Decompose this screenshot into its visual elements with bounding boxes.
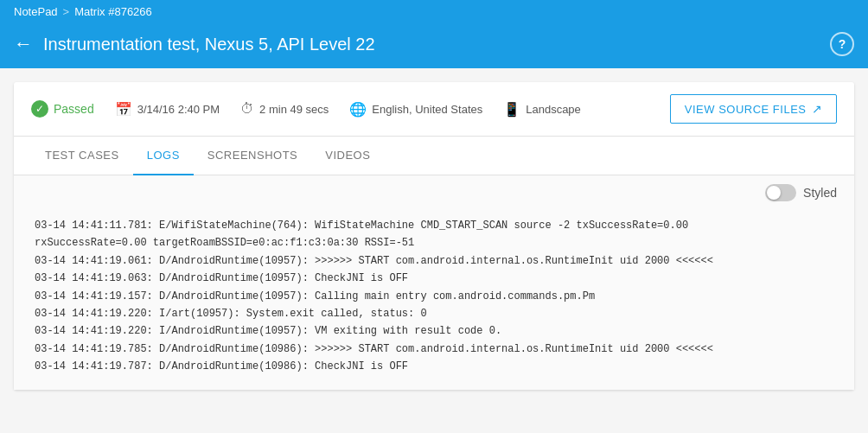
header-bar: ← Instrumentation test, Nexus 5, API Lev… bbox=[0, 23, 868, 68]
date-meta: 📅 3/14/16 2:40 PM bbox=[115, 101, 220, 118]
passed-badge: ✓ Passed bbox=[31, 100, 94, 118]
check-circle-icon: ✓ bbox=[31, 100, 48, 118]
log-line: 03-14 14:41:19.063: D/AndroidRuntime(109… bbox=[35, 270, 833, 287]
globe-icon: 🌐 bbox=[349, 101, 367, 118]
logs-toolbar: Styled bbox=[14, 175, 854, 210]
orientation-value: Landscape bbox=[526, 103, 581, 116]
view-source-label: VIEW SOURCE FILES bbox=[685, 103, 807, 116]
log-line: 03-14 14:41:19.785: D/AndroidRuntime(109… bbox=[35, 341, 833, 358]
nav-separator: > bbox=[63, 5, 70, 18]
passed-label: Passed bbox=[54, 102, 94, 116]
status-left: ✓ Passed 📅 3/14/16 2:40 PM ⏱ 2 min 49 se… bbox=[31, 100, 581, 118]
locale-meta: 🌐 English, United States bbox=[349, 101, 482, 118]
help-button[interactable]: ? bbox=[830, 32, 854, 56]
main-card: ✓ Passed 📅 3/14/16 2:40 PM ⏱ 2 min 49 se… bbox=[14, 82, 854, 390]
logs-area: Styled 03-14 14:41:11.781: E/WifiStateMa… bbox=[14, 175, 854, 390]
page-title: Instrumentation test, Nexus 5, API Level… bbox=[43, 35, 375, 54]
locale-value: English, United States bbox=[372, 103, 482, 116]
clock-icon: ⏱ bbox=[240, 101, 254, 117]
tab-screenshots[interactable]: SCREENSHOTS bbox=[194, 137, 311, 175]
top-nav: NotePad > Matrix #876266 bbox=[0, 0, 868, 23]
tab-logs[interactable]: LOGS bbox=[133, 137, 194, 175]
log-line: 03-14 14:41:11.781: E/WifiStateMachine(7… bbox=[35, 217, 833, 234]
view-source-button[interactable]: VIEW SOURCE FILES ↗ bbox=[670, 94, 837, 124]
duration-value: 2 min 49 secs bbox=[259, 103, 329, 116]
tab-videos[interactable]: VIDEOS bbox=[311, 137, 384, 175]
calendar-icon: 📅 bbox=[115, 101, 132, 118]
styled-label: Styled bbox=[803, 186, 837, 200]
orientation-meta: 📱 Landscape bbox=[503, 101, 581, 118]
log-line: 03-14 14:41:19.157: D/AndroidRuntime(109… bbox=[35, 288, 833, 305]
log-line: 03-14 14:41:19.220: I/AndroidRuntime(109… bbox=[35, 322, 833, 340]
header-left: ← Instrumentation test, Nexus 5, API Lev… bbox=[14, 35, 375, 54]
orientation-icon: 📱 bbox=[503, 101, 520, 118]
tabs-row: TEST CASES LOGS SCREENSHOTS VIDEOS bbox=[14, 137, 854, 175]
log-line: rxSuccessRate=0.00 targetRoamBSSID=e0:ac… bbox=[35, 234, 833, 252]
log-line: 03-14 14:41:19.061: D/AndroidRuntime(109… bbox=[35, 252, 833, 270]
external-link-icon: ↗ bbox=[812, 102, 823, 116]
status-row: ✓ Passed 📅 3/14/16 2:40 PM ⏱ 2 min 49 se… bbox=[14, 82, 854, 137]
date-value: 3/14/16 2:40 PM bbox=[137, 103, 220, 116]
log-content: 03-14 14:41:11.781: E/WifiStateMachine(7… bbox=[14, 210, 854, 390]
back-button[interactable]: ← bbox=[14, 35, 33, 54]
app-name[interactable]: NotePad bbox=[14, 5, 58, 18]
log-line: 03-14 14:41:19.220: I/art(10957): System… bbox=[35, 305, 833, 322]
duration-meta: ⏱ 2 min 49 secs bbox=[240, 101, 329, 117]
log-line: 03-14 14:41:19.787: D/AndroidRuntime(109… bbox=[35, 358, 833, 375]
matrix-link[interactable]: Matrix #876266 bbox=[74, 5, 152, 18]
tab-test-cases[interactable]: TEST CASES bbox=[31, 137, 133, 175]
styled-toggle[interactable] bbox=[765, 184, 796, 201]
